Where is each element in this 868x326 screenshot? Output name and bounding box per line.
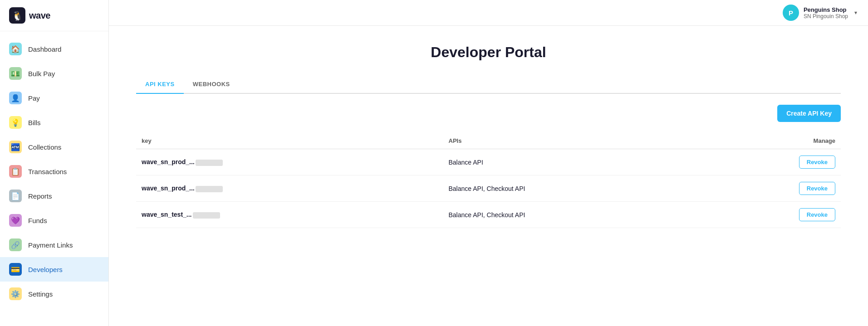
user-sub: SN Pingouin Shop <box>804 13 848 19</box>
row-2-apis: Balance API, Checkout API <box>443 185 750 192</box>
row-2-manage: Revoke <box>750 182 841 195</box>
user-menu[interactable]: P Penguins Shop SN Pingouin Shop ▾ <box>783 5 857 21</box>
sidebar-item-label-reports: Reports <box>28 192 52 200</box>
collections-icon: 🏧 <box>9 141 22 153</box>
row-1-apis: Balance API <box>443 159 750 166</box>
col-apis-header: APIs <box>443 137 750 144</box>
table-header: key APIs Manage <box>136 133 841 149</box>
sidebar-item-label-developers: Developers <box>28 266 63 273</box>
table-row: wave_sn_prod_... Balance API, Checkout A… <box>136 175 841 202</box>
sidebar-item-pay[interactable]: 👤Pay <box>0 86 108 110</box>
sidebar: 🐧 wave 🏠Dashboard💵Bulk Pay👤Pay💡Bills🏧Col… <box>0 0 109 326</box>
bills-icon: 💡 <box>9 116 22 129</box>
sidebar-item-label-settings: Settings <box>28 290 53 298</box>
sidebar-item-bulk-pay[interactable]: 💵Bulk Pay <box>0 61 108 86</box>
row-3-apis: Balance API, Checkout API <box>443 211 750 219</box>
content-area: Developer Portal API KEYS WEBHOOKS Creat… <box>109 26 868 326</box>
col-manage-header: Manage <box>750 137 841 144</box>
toolbar: Create API Key <box>136 105 841 122</box>
sidebar-item-transactions[interactable]: 📋Transactions <box>0 159 108 184</box>
sidebar-item-label-bills: Bills <box>28 119 41 127</box>
redacted-key-1 <box>196 160 223 166</box>
revoke-button-2[interactable]: Revoke <box>799 182 835 195</box>
revoke-button-3[interactable]: Revoke <box>799 208 835 221</box>
sidebar-item-collections[interactable]: 🏧Collections <box>0 135 108 159</box>
page-title: Developer Portal <box>136 44 841 61</box>
table-row: wave_sn_prod_... Balance API Revoke <box>136 149 841 175</box>
sidebar-item-reports[interactable]: 📄Reports <box>0 184 108 208</box>
sidebar-item-label-dashboard: Dashboard <box>28 45 61 53</box>
svg-text:🐧: 🐧 <box>12 10 23 21</box>
topbar: P Penguins Shop SN Pingouin Shop ▾ <box>109 0 868 26</box>
pay-icon: 👤 <box>9 92 22 104</box>
sidebar-item-settings[interactable]: ⚙️Settings <box>0 282 108 306</box>
tabs-bar: API KEYS WEBHOOKS <box>136 75 841 94</box>
dashboard-icon: 🏠 <box>9 43 22 55</box>
sidebar-item-developers[interactable]: 💳Developers <box>0 257 108 282</box>
funds-icon: 💜 <box>9 214 22 227</box>
sidebar-item-label-bulk-pay: Bulk Pay <box>28 70 55 78</box>
sidebar-nav: 🏠Dashboard💵Bulk Pay👤Pay💡Bills🏧Collection… <box>0 31 108 326</box>
chevron-down-icon: ▾ <box>854 10 857 16</box>
redacted-key-3 <box>193 212 220 219</box>
logo-text: wave <box>29 10 50 21</box>
reports-icon: 📄 <box>9 190 22 202</box>
logo-icon: 🐧 <box>9 7 25 24</box>
sidebar-item-label-payment-links: Payment Links <box>28 241 73 249</box>
tab-api-keys[interactable]: API KEYS <box>136 75 184 94</box>
user-name: Penguins Shop <box>804 6 848 13</box>
sidebar-item-label-transactions: Transactions <box>28 168 67 175</box>
table-row: wave_sn_test_... Balance API, Checkout A… <box>136 202 841 228</box>
revoke-button-1[interactable]: Revoke <box>799 156 835 169</box>
redacted-key-2 <box>196 186 223 192</box>
settings-icon: ⚙️ <box>9 287 22 300</box>
row-1-key: wave_sn_prod_... <box>136 158 443 165</box>
sidebar-item-label-funds: Funds <box>28 217 47 224</box>
developers-icon: 💳 <box>9 263 22 276</box>
col-key-header: key <box>136 137 443 144</box>
sidebar-item-label-collections: Collections <box>28 143 61 151</box>
sidebar-item-dashboard[interactable]: 🏠Dashboard <box>0 37 108 61</box>
row-3-key: wave_sn_test_... <box>136 211 443 218</box>
tab-webhooks[interactable]: WEBHOOKS <box>184 75 239 94</box>
row-2-key: wave_sn_prod_... <box>136 185 443 192</box>
transactions-icon: 📋 <box>9 165 22 178</box>
payment-links-icon: 🔗 <box>9 238 22 251</box>
user-info: Penguins Shop SN Pingouin Shop <box>804 6 848 19</box>
sidebar-item-bills[interactable]: 💡Bills <box>0 110 108 135</box>
logo-area: 🐧 wave <box>0 0 108 31</box>
sidebar-item-payment-links[interactable]: 🔗Payment Links <box>0 233 108 257</box>
create-api-key-button[interactable]: Create API Key <box>777 105 841 122</box>
bulk-pay-icon: 💵 <box>9 67 22 80</box>
main-area: P Penguins Shop SN Pingouin Shop ▾ Devel… <box>109 0 868 326</box>
sidebar-item-funds[interactable]: 💜Funds <box>0 208 108 233</box>
avatar: P <box>783 5 799 21</box>
row-1-manage: Revoke <box>750 156 841 169</box>
row-3-manage: Revoke <box>750 208 841 221</box>
api-keys-table: key APIs Manage wave_sn_prod_... Balance… <box>136 133 841 228</box>
sidebar-item-label-pay: Pay <box>28 94 40 102</box>
